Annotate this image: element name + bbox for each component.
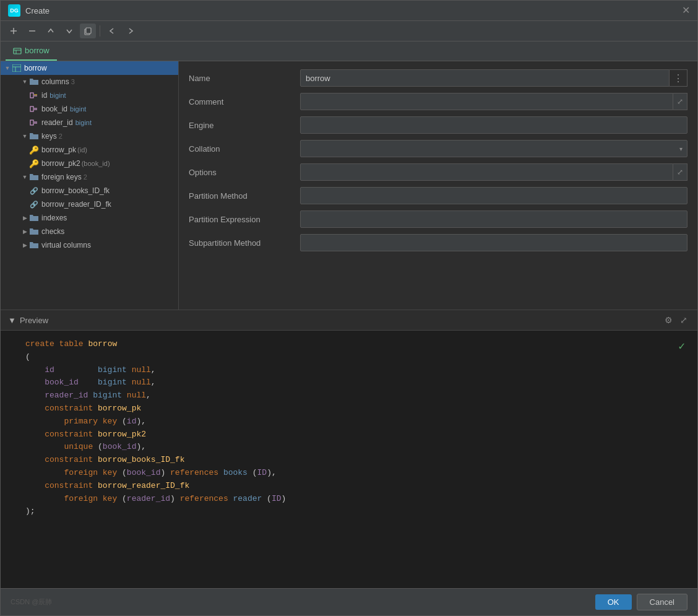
code-line-7: primary key (id), xyxy=(25,415,687,428)
collation-select-wrapper: ▾ xyxy=(300,140,687,157)
code-line-13: foreign key (reader_id) references reade… xyxy=(25,493,687,506)
comment-expand-button[interactable]: ⤢ xyxy=(673,93,687,110)
form-panel: Name ⋮ Comment ⤢ Engine xyxy=(179,61,697,310)
tree-icon-fk2: 🔗 xyxy=(29,199,39,209)
tree-item-borrow-pk[interactable]: 🔑 borrow_pk (id) xyxy=(1,143,178,157)
tree-label-keys: keys xyxy=(41,132,57,141)
tree-arrow-virtual: ▶ xyxy=(20,241,29,249)
code-line-2: ( xyxy=(25,351,687,364)
tree-label-borrow-pk: borrow_pk xyxy=(41,145,76,154)
label-subpartition-method: Subpartition Method xyxy=(189,238,300,248)
tree-item-borrow-reader-fk[interactable]: 🔗 borrow_reader_ID_fk xyxy=(1,197,178,211)
create-dialog: DG Create ✕ xyxy=(0,0,698,616)
ok-button[interactable]: OK xyxy=(595,594,632,610)
tree-item-checks[interactable]: ▶ checks xyxy=(9,225,178,238)
name-field-group: ⋮ xyxy=(300,69,687,87)
code-content: create table borrow ( id bigint null, bo… xyxy=(25,338,687,518)
tree-item-columns[interactable]: ▼ columns 3 xyxy=(9,75,178,89)
tree-icon-fk1: 🔗 xyxy=(29,186,39,196)
tab-bar: borrow xyxy=(1,41,697,61)
preview-header: ▼ Preview ⚙ ⤢ xyxy=(1,310,697,331)
dialog-title: Create xyxy=(25,6,50,15)
collation-select[interactable] xyxy=(300,140,687,157)
preview-settings-button[interactable]: ⚙ xyxy=(662,314,675,326)
tree-arrow-checks: ▶ xyxy=(20,227,29,236)
tree-item-indexes[interactable]: ▶ indexes xyxy=(9,211,178,225)
tab-borrow[interactable]: borrow xyxy=(6,41,57,61)
remove-button[interactable] xyxy=(24,24,40,38)
label-comment: Comment xyxy=(189,97,300,106)
close-button[interactable]: ✕ xyxy=(682,6,690,15)
tree-item-foreign-keys[interactable]: ▼ foreign keys 2 xyxy=(9,170,178,184)
tree-item-borrow-books-fk[interactable]: 🔗 borrow_books_ID_fk xyxy=(1,184,178,197)
form-row-subpartition-method: Subpartition Method xyxy=(189,233,687,252)
bottom-bar: CSDN @辰肺 OK Cancel xyxy=(1,588,697,615)
comment-input[interactable] xyxy=(300,93,673,110)
name-menu-button[interactable]: ⋮ xyxy=(670,69,687,87)
svg-rect-8 xyxy=(12,64,21,72)
engine-input[interactable] xyxy=(300,116,687,134)
label-engine: Engine xyxy=(189,121,300,130)
forward-button[interactable] xyxy=(123,24,139,38)
watermark: CSDN @辰肺 xyxy=(11,597,52,607)
preview-expand-button[interactable]: ⤢ xyxy=(678,314,690,326)
tree-arrow-borrow: ▼ xyxy=(3,64,12,72)
tree-item-id[interactable]: id bigint xyxy=(1,89,178,102)
options-expand-button[interactable]: ⤢ xyxy=(673,163,687,181)
code-line-1: create table borrow xyxy=(25,338,687,351)
preview-title-label: Preview xyxy=(20,316,48,325)
svg-rect-17 xyxy=(30,120,33,125)
tab-borrow-label: borrow xyxy=(25,46,50,55)
partition-expression-input[interactable] xyxy=(300,210,687,228)
tree-icon-folder-keys xyxy=(29,131,39,141)
tree-label-readerid: reader_id xyxy=(41,118,73,127)
form-row-partition-method: Partition Method xyxy=(189,186,687,205)
tree-icon-col-readerid xyxy=(29,118,39,128)
move-down-button[interactable] xyxy=(61,24,77,38)
code-line-5: reader_id bigint null, xyxy=(25,389,687,402)
form-row-collation: Collation ▾ xyxy=(189,139,687,158)
code-line-12: constraint borrow_reader_ID_fk xyxy=(25,480,687,493)
tree-icon-folder-columns xyxy=(29,77,39,87)
name-input[interactable] xyxy=(300,69,670,87)
title-bar: DG Create ✕ xyxy=(1,1,697,21)
tree-item-borrow-pk2[interactable]: 🔑 borrow_pk2 (book_id) xyxy=(1,157,178,170)
code-line-4: book_id bigint null, xyxy=(25,376,687,389)
tree-icon-folder-checks xyxy=(29,227,39,236)
tree-item-keys[interactable]: ▼ keys 2 xyxy=(9,129,178,143)
form-row-name: Name ⋮ xyxy=(189,69,687,87)
preview-actions: ⚙ ⤢ xyxy=(662,314,690,326)
move-up-button[interactable] xyxy=(43,24,59,38)
back-button[interactable] xyxy=(104,24,120,38)
label-options: Options xyxy=(189,168,300,177)
label-collation: Collation xyxy=(189,144,300,154)
copy-button[interactable] xyxy=(80,24,96,38)
svg-rect-11 xyxy=(30,93,33,98)
svg-rect-5 xyxy=(14,48,21,54)
tree-badge-fk: 2 xyxy=(84,173,87,181)
add-button[interactable] xyxy=(6,24,22,38)
form-row-partition-expression: Partition Expression xyxy=(189,210,687,228)
tree-item-virtual-columns[interactable]: ▶ virtual columns xyxy=(9,238,178,252)
toolbar-separator xyxy=(100,25,100,37)
toolbar xyxy=(1,21,697,41)
tree-arrow-columns: ▼ xyxy=(20,77,29,86)
tree-item-book-id[interactable]: book_id bigint xyxy=(1,102,178,116)
cancel-button[interactable]: Cancel xyxy=(637,594,687,610)
tree-label-indexes: indexes xyxy=(41,214,67,222)
label-partition-expression: Partition Expression xyxy=(189,215,300,224)
options-input[interactable] xyxy=(300,163,673,181)
tree-icon-key-pk2: 🔑 xyxy=(29,158,39,168)
tree-item-borrow[interactable]: ▼ borrow xyxy=(1,61,178,75)
subpartition-method-input[interactable] xyxy=(300,234,687,251)
tree-arrow-fk: ▼ xyxy=(20,173,29,181)
tree-typehint-id: bigint xyxy=(50,92,66,99)
tree-icon-table xyxy=(12,63,22,73)
tree-item-reader-id[interactable]: reader_id bigint xyxy=(1,116,178,129)
preview-title-toggle[interactable]: ▼ Preview xyxy=(8,316,48,325)
preview-collapse-icon: ▼ xyxy=(8,316,16,325)
form-row-options: Options ⤢ xyxy=(189,163,687,181)
tree-label-borrow: borrow xyxy=(24,64,47,72)
svg-rect-14 xyxy=(30,106,33,111)
partition-method-input[interactable] xyxy=(300,187,687,204)
